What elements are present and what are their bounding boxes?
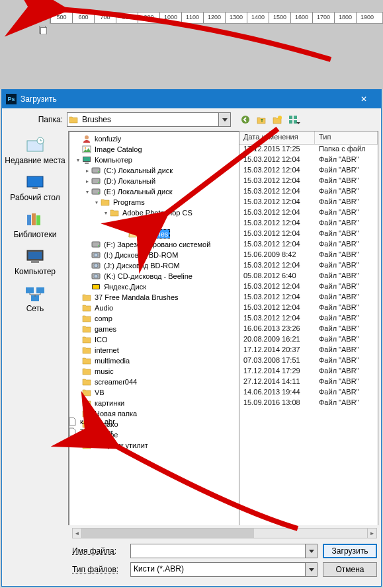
tree-item[interactable]: multimedia [69, 355, 239, 366]
file-item[interactable]: клякса.abr [68, 416, 115, 427]
tree-item[interactable]: ▾Adobe Photoshop CS [69, 207, 239, 218]
up-button[interactable] [255, 113, 268, 126]
folder-tree[interactable]: konfuziyImage Catalog▾Компьютер▸(C:) Лок… [69, 131, 239, 550]
sidebar-place-4[interactable]: Сеть [24, 284, 46, 313]
expand-icon[interactable] [75, 368, 81, 375]
expand-icon[interactable] [84, 283, 91, 290]
tree-item[interactable]: games [69, 324, 239, 334]
file-row[interactable]: 15.03.2012 12:04Файл "ABR" [239, 261, 378, 272]
expand-icon[interactable] [75, 389, 81, 396]
file-row[interactable]: 15.03.2012 12:04Файл "ABR" [239, 293, 378, 303]
tree-item[interactable]: (I:) Дисковод BD-ROM [69, 250, 239, 260]
file-row[interactable]: 17.12.2015 17:25Папка с файл [239, 145, 378, 155]
expand-icon[interactable] [84, 252, 91, 258]
file-row[interactable]: 15.03.2012 12:04Файл "ABR" [239, 219, 378, 229]
load-button[interactable]: Загрузить [323, 544, 377, 558]
filetype-combo[interactable]: Кисти (*.ABR) [130, 562, 318, 577]
file-row[interactable]: 07.03.2008 17:51Файл "ABR" [239, 356, 378, 367]
col-date[interactable]: Дата изменения [239, 131, 315, 144]
file-row[interactable]: 15.06.2009 8:42Файл "ABR" [239, 250, 378, 261]
file-row[interactable]: 16.06.2013 23:26Файл "ABR" [239, 324, 378, 335]
tree-item[interactable]: ▸(D:) Локальный [69, 176, 239, 186]
tree-item[interactable]: картинки [69, 398, 239, 408]
file-row[interactable]: 15.03.2012 12:04Файл "ABR" [239, 166, 378, 176]
document-icon[interactable] [38, 25, 49, 36]
expand-icon[interactable]: ▾ [103, 209, 109, 216]
filename-input[interactable] [130, 544, 318, 558]
tree-item[interactable]: ▾Presets [69, 218, 239, 229]
expand-icon[interactable] [84, 273, 91, 279]
sidebar-place-0[interactable]: Недавние места [5, 136, 65, 165]
tree-item[interactable]: (K:) CD-дисковод - Beeline [69, 271, 239, 281]
tree-item[interactable]: VB [69, 387, 239, 398]
expand-icon[interactable]: ▾ [112, 220, 118, 227]
gear-icon[interactable] [38, 5, 48, 15]
sidebar-place-2[interactable]: Библиотеки [13, 210, 56, 239]
h-scrollbar[interactable]: ◄ ► [72, 528, 377, 538]
extra-files[interactable]: клякса.abrТуман.abr [68, 416, 115, 437]
chevron-down-icon[interactable] [218, 113, 230, 126]
expand-icon[interactable] [75, 357, 81, 364]
file-row[interactable]: 15.03.2012 12:04Файл "ABR" [239, 176, 378, 187]
chevron-down-icon[interactable] [305, 544, 317, 558]
new-folder-button[interactable] [271, 113, 284, 126]
col-type[interactable]: Тип [315, 131, 378, 144]
file-row[interactable]: 15.03.2012 12:04Файл "ABR" [239, 314, 378, 324]
file-row[interactable]: 15.09.2016 13:08Файл "ABR" [239, 398, 378, 409]
file-row[interactable]: 20.08.2009 16:21Файл "ABR" [239, 335, 378, 346]
column-headers[interactable]: Дата изменения Тип [239, 131, 378, 145]
expand-icon[interactable] [75, 305, 81, 311]
view-menu-button[interactable] [286, 113, 300, 126]
expand-icon[interactable] [84, 241, 91, 248]
file-row[interactable]: 15.03.2012 12:04Файл "ABR" [239, 303, 378, 314]
file-row[interactable]: 15.03.2012 12:04Файл "ABR" [239, 155, 378, 166]
tree-item[interactable]: internet [69, 345, 239, 355]
scroll-thumb[interactable] [82, 529, 254, 538]
tree-item[interactable]: ▸(C:) Локальный диск [69, 165, 239, 176]
tree-item[interactable]: Image Catalog [69, 144, 239, 155]
expand-icon[interactable]: ▸ [84, 167, 91, 174]
expand-icon[interactable] [75, 326, 81, 332]
expand-icon[interactable]: ▾ [84, 188, 91, 195]
tree-item[interactable]: 37 Free Mandala Brushes [69, 292, 239, 303]
expand-icon[interactable]: ▾ [75, 157, 81, 163]
expand-icon[interactable] [75, 379, 81, 385]
tree-item[interactable]: (J:) Дисковод BD-ROM [69, 260, 239, 271]
close-button[interactable]: ✕ [351, 90, 377, 108]
tree-item[interactable]: Audio [69, 303, 239, 313]
sidebar-place-1[interactable]: Рабочий стол [10, 173, 60, 202]
tree-item[interactable]: music [69, 366, 239, 377]
file-row[interactable]: 15.03.2012 12:04Файл "ABR" [239, 240, 378, 250]
chevron-down-icon[interactable] [305, 563, 317, 576]
file-row[interactable]: 15.03.2012 12:04Файл "ABR" [239, 282, 378, 293]
expand-icon[interactable] [75, 146, 81, 153]
tree-item[interactable]: Яндекс.Диск [69, 281, 239, 292]
scroll-right-icon[interactable]: ► [367, 529, 376, 538]
folder-combo[interactable]: Brushes [67, 112, 231, 127]
back-button[interactable] [239, 113, 252, 126]
tree-item[interactable]: ▾(E:) Локальный диск [69, 186, 239, 197]
expand-icon[interactable]: ▸ [84, 178, 91, 184]
tree-item[interactable]: Brushes [69, 229, 239, 239]
sidebar-place-3[interactable]: Компьютер [15, 247, 56, 276]
file-rows[interactable]: 17.12.2015 17:25Папка с файл15.03.2012 1… [239, 145, 378, 550]
tree-item[interactable]: (F:) Зарезервировано системой [69, 239, 239, 250]
file-item[interactable]: Туман.abr [68, 427, 115, 437]
tree-item[interactable]: ▾Programs [69, 197, 239, 207]
expand-icon[interactable] [121, 231, 128, 237]
file-row[interactable]: 14.06.2013 19:44Файл "ABR" [239, 388, 378, 398]
scroll-left-icon[interactable]: ◄ [73, 529, 82, 538]
tree-item[interactable]: Сборник утилит [69, 440, 239, 451]
file-row[interactable]: 27.12.2014 14:11Файл "ABR" [239, 377, 378, 388]
file-row[interactable]: 15.03.2012 12:04Файл "ABR" [239, 229, 378, 240]
tree-item[interactable]: ▾Компьютер [69, 155, 239, 165]
file-row[interactable]: 17.12.2014 20:37Файл "ABR" [239, 346, 378, 356]
tree-item[interactable]: ICO [69, 334, 239, 345]
expand-icon[interactable] [75, 400, 81, 406]
expand-icon[interactable] [75, 442, 81, 449]
expand-icon[interactable] [84, 262, 91, 269]
file-row[interactable]: 15.03.2012 12:04Файл "ABR" [239, 198, 378, 208]
titlebar[interactable]: Ps Загрузить ✕ [2, 90, 381, 108]
file-row[interactable]: 05.08.2012 6:40Файл "ABR" [239, 272, 378, 282]
file-row[interactable]: 15.03.2012 12:04Файл "ABR" [239, 187, 378, 198]
